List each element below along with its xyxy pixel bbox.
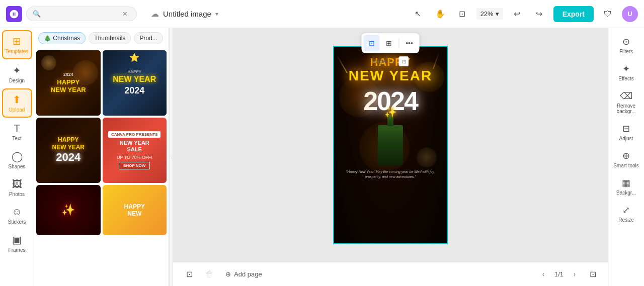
filter-christmas[interactable]: 🎄 Christmas [38, 32, 86, 44]
frame-view-button[interactable]: ⊡ [364, 35, 380, 51]
zoom-value: 22% [480, 10, 494, 18]
upload-icon: ⬆ [13, 93, 21, 106]
text-icon: T [14, 123, 20, 134]
sidebar-item-text[interactable]: T Text [2, 119, 32, 145]
page-settings-button[interactable]: ⊡ [181, 266, 197, 282]
resize-dots-icon: ⋮ [170, 155, 173, 159]
templates-panel: 🎄 Christmas Thumbnails Prod... 2024 HAPP… [34, 28, 169, 286]
explosion-icon: ✨ [384, 106, 397, 118]
cursor-tool-button[interactable]: ↖ [410, 6, 426, 22]
document-title-area: ☁ Untitled image ▾ [141, 9, 406, 19]
filter-tags: 🎄 Christmas Thumbnails Prod... [34, 28, 169, 48]
design-icon: ✦ [13, 64, 21, 76]
right-tool-remove-bg[interactable]: ⌫ Remove backgr... [610, 86, 642, 118]
bottom-bar: ⊡ 🗑 ⊕ Add page ‹ 1/1 › ⊡ [173, 262, 608, 286]
canvas-frame[interactable]: HAPPY NEW YEAR 2024 ✨ "Happy New Year! M… [333, 46, 448, 244]
photos-icon: 🖼 [12, 178, 22, 190]
template-card-5[interactable]: ✨ [36, 185, 101, 235]
background-icon: ▦ [622, 177, 630, 188]
zoom-chevron-icon: ▾ [496, 10, 499, 18]
adjust-icon: ⊟ [622, 123, 630, 134]
template-card-1[interactable]: 2024 HAPPYNEW YEAR [36, 50, 101, 116]
zoom-control[interactable]: 22% ▾ [476, 8, 503, 20]
template-card-2[interactable]: ⭐ HAPPY NEW YEAR 2024 [103, 50, 167, 116]
prod-filter-label: Prod... [139, 35, 157, 42]
more-options-button[interactable]: ••• [401, 35, 418, 51]
effects-icon: ✦ [622, 63, 630, 74]
page-options-button[interactable]: ⊡ [399, 56, 409, 66]
panel-resize-handle[interactable]: ⋮ [169, 28, 173, 286]
clear-search-icon[interactable]: ✕ [122, 10, 128, 18]
right-tool-adjust[interactable]: ⊟ Adjust [610, 119, 642, 145]
document-menu-icon[interactable]: ▾ [215, 11, 218, 18]
sidebar: ⊞ Templates ✦ Design ⬆ Upload T Text ◯ S… [0, 28, 34, 286]
sidebar-item-frames[interactable]: ▣ Frames [2, 230, 32, 257]
smart-tools-icon: ⊕ [622, 150, 630, 161]
shapes-icon: ◯ [12, 150, 23, 162]
sidebar-item-shapes[interactable]: ◯ Shapes [2, 146, 32, 173]
bokeh-2 [414, 62, 444, 92]
right-tool-resize[interactable]: ⤢ Resize [610, 201, 642, 227]
fullscreen-button[interactable]: ⊡ [586, 267, 600, 281]
search-box[interactable]: 🔍 new year templates ✕ [26, 7, 137, 21]
add-page-icon: ⊕ [225, 270, 231, 278]
firework-line-1 [337, 55, 348, 73]
undo-button[interactable]: ↩ [509, 6, 525, 22]
app-logo[interactable] [6, 6, 22, 22]
sidebar-item-upload[interactable]: ⬆ Upload [2, 88, 32, 118]
bokeh-1 [339, 77, 379, 117]
export-button[interactable]: Export [553, 6, 594, 22]
templates-icon: ⊞ [13, 35, 21, 47]
filter-thumbnails[interactable]: Thumbnails [89, 32, 131, 44]
right-sidebar: ⊙ Filters ✦ Effects ⌫ Remove backgr... ⊟… [608, 28, 644, 286]
filter-prod[interactable]: Prod... [134, 32, 163, 44]
hand-tool-button[interactable]: ✋ [432, 6, 448, 22]
right-tool-smart[interactable]: ⊕ Smart tools [610, 146, 642, 172]
page-label: Page 1 - ⊡ [372, 56, 409, 66]
shield-icon[interactable]: 🛡 [600, 6, 616, 22]
bottle-container: ✨ [378, 121, 403, 165]
frames-icon: ▣ [12, 234, 22, 246]
right-tool-filters[interactable]: ⊙ Filters [610, 32, 642, 58]
document-title: Untitled image [163, 10, 211, 18]
page-count: 1/1 [554, 270, 564, 278]
template-card-3[interactable]: HAPPYNEW YEAR 2024 [36, 118, 101, 183]
template-card-4[interactable]: CANVA PRO PRESENTS NEW YEARSALE UP TO 70… [103, 118, 167, 183]
delete-page-button: 🗑 [201, 266, 217, 282]
prev-page-button[interactable]: ‹ [536, 267, 550, 281]
filters-icon: ⊙ [622, 36, 630, 47]
page-navigation: ‹ 1/1 › [536, 267, 582, 281]
right-tool-background[interactable]: ▦ Backgr... [610, 173, 642, 200]
canvas-image: HAPPY NEW YEAR 2024 ✨ "Happy New Year! M… [334, 47, 447, 243]
user-avatar[interactable]: U [622, 6, 638, 22]
add-page-button[interactable]: ⊕ Add page [221, 268, 266, 280]
canvas-area: ⊡ ⊞ ••• Page 1 - ⊡ HA [173, 28, 608, 286]
sidebar-item-design[interactable]: ✦ Design [2, 60, 32, 87]
redo-button[interactable]: ↪ [531, 6, 547, 22]
right-tool-effects[interactable]: ✦ Effects [610, 59, 642, 85]
sidebar-item-templates[interactable]: ⊞ Templates [2, 30, 32, 59]
remove-bg-icon: ⌫ [620, 90, 632, 102]
sidebar-item-stickers[interactable]: ☺ Stickers [2, 202, 32, 229]
grid-view-button[interactable]: ⊞ [381, 35, 397, 51]
frame-tool-button[interactable]: ⊡ [454, 6, 470, 22]
topbar-tools: ↖ ✋ ⊡ 22% ▾ ↩ ↪ Export 🛡 U [410, 6, 638, 22]
bottle [378, 125, 403, 165]
stickers-icon: ☺ [12, 206, 22, 218]
topbar: 🔍 new year templates ✕ ☁ Untitled image … [0, 0, 644, 28]
resize-icon: ⤢ [622, 205, 630, 216]
search-input[interactable]: new year templates [44, 10, 119, 18]
search-icon: 🔍 [33, 10, 41, 18]
toolbar-separator [399, 38, 399, 48]
template-card-6[interactable]: HAPPYNEW [103, 185, 167, 235]
sale-badge: CANVA PRO PRESENTS [108, 131, 160, 138]
canvas-toolbar: ⊡ ⊞ ••• [362, 33, 420, 53]
thumbnails-filter-label: Thumbnails [94, 35, 125, 42]
next-page-button[interactable]: › [568, 267, 582, 281]
christmas-filter-label: 🎄 Christmas [44, 35, 80, 42]
sidebar-item-photos[interactable]: 🖼 Photos [2, 174, 32, 201]
bokeh-4 [417, 147, 437, 167]
templates-grid: 2024 HAPPYNEW YEAR ⭐ HAPPY NEW YEAR 2024 [34, 48, 169, 286]
cloud-icon: ☁ [151, 9, 159, 19]
main-area: ⊞ Templates ✦ Design ⬆ Upload T Text ◯ S… [0, 28, 644, 286]
